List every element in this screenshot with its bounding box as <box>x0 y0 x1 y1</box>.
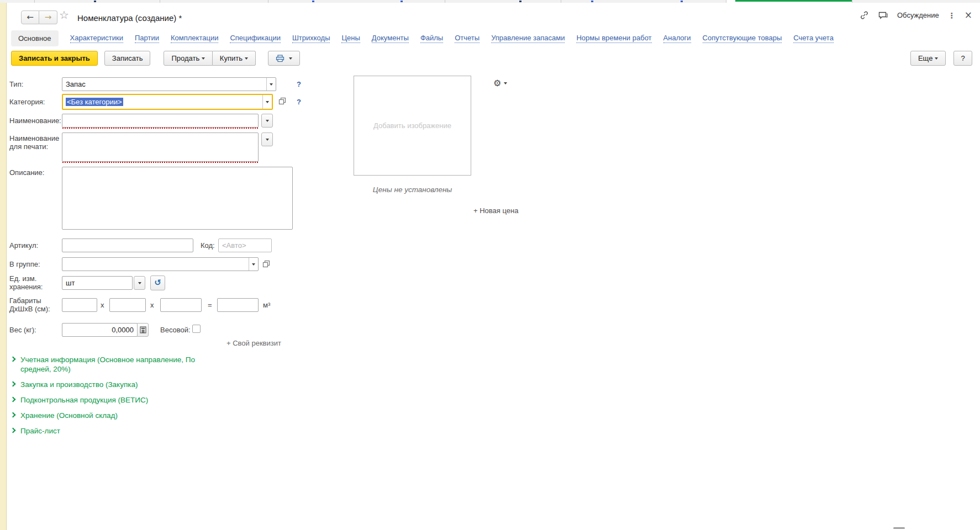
discussion-label[interactable]: Обсуждение <box>897 11 939 19</box>
print-button[interactable] <box>268 51 300 66</box>
section-tabs: Основное Характеристики Партии Комплекта… <box>7 28 980 48</box>
article-label: Артикул: <box>9 241 60 250</box>
volume-input[interactable] <box>217 298 259 312</box>
forward-button[interactable]: → <box>39 10 57 24</box>
section-price-list[interactable]: Прайс-лист <box>11 426 60 436</box>
dimension-height-input[interactable] <box>160 298 202 312</box>
tab-favicon <box>591 1 593 2</box>
page-title: Номенклатура (создание) * <box>77 13 182 23</box>
tab-otchety[interactable]: Отчеты <box>455 34 480 43</box>
category-help-icon[interactable]: ? <box>295 98 303 106</box>
add-image-placeholder: Добавить изображение <box>373 121 451 130</box>
side-panel-strip[interactable] <box>0 3 7 530</box>
chevron-right-icon <box>10 397 16 402</box>
tab-dokumenty[interactable]: Документы <box>372 34 409 43</box>
tab-soputstvuyushchie[interactable]: Сопутствующие товары <box>703 34 782 43</box>
article-input[interactable] <box>62 239 193 252</box>
add-image-dropzone[interactable]: Добавить изображение <box>354 76 471 176</box>
buy-button[interactable]: Купить <box>213 51 256 66</box>
dimension-length-input[interactable] <box>62 298 97 312</box>
dimensions-label: Габариты ДхШхВ (см): <box>9 296 60 313</box>
volume-unit-label: м³ <box>263 301 270 309</box>
print-name-label: Наименование для печати: <box>9 134 60 151</box>
tab-osnovnoe[interactable]: Основное <box>11 30 59 46</box>
app-window: ← → ☆ Номенклатура (создание) * Обсужден… <box>0 0 980 530</box>
tab-shtrihkody[interactable]: Штрихкоды <box>292 34 330 43</box>
weighted-checkbox[interactable] <box>192 325 201 333</box>
description-textarea[interactable] <box>62 167 293 230</box>
tab-favicon <box>681 1 683 2</box>
discussion-icon[interactable] <box>878 11 888 20</box>
active-tab-underline <box>735 0 852 2</box>
sell-button[interactable]: Продать <box>164 51 212 66</box>
printer-icon <box>276 55 284 62</box>
action-toolbar: Записать и закрыть Записать Продать Купи… <box>7 51 980 68</box>
save-button[interactable]: Записать <box>104 51 151 66</box>
tab-normy-vremeni[interactable]: Нормы времени работ <box>576 34 651 43</box>
group-combobox[interactable] <box>62 257 259 271</box>
section-accounting-info[interactable]: Учетная информация (Основное направление… <box>11 355 211 374</box>
tab-upravlenie-zapasami[interactable]: Управление запасами <box>491 34 565 43</box>
section-storage[interactable]: Хранение (Основной склад) <box>11 411 118 420</box>
dimension-width-input[interactable] <box>109 298 146 312</box>
tab-favicon <box>94 1 96 2</box>
section-controlled-products[interactable]: Подконтрольная продукция (ВЕТИС) <box>11 395 148 405</box>
unit-label: Ед. изм. хранения: <box>9 274 60 291</box>
category-combobox[interactable]: <Без категории> <box>62 94 273 110</box>
print-name-textarea[interactable] <box>62 132 259 162</box>
name-dropdown-button[interactable] <box>261 114 273 128</box>
favorite-star-icon[interactable]: ☆ <box>59 9 69 20</box>
new-price-link[interactable]: + Новая цена <box>473 206 518 215</box>
tab-kharakteristiki[interactable]: Характеристики <box>70 34 123 43</box>
copy-link-icon[interactable] <box>860 10 869 20</box>
chevron-right-icon <box>10 381 16 387</box>
tab-ceny[interactable]: Цены <box>341 34 360 43</box>
chevron-down-icon[interactable] <box>266 78 276 91</box>
save-and-close-button[interactable]: Записать и закрыть <box>11 51 98 66</box>
weight-input[interactable]: 0,0000 <box>62 323 138 337</box>
gear-icon: ⚙ <box>493 79 501 88</box>
more-menu-icon[interactable]: ⋮ <box>948 12 956 19</box>
tab-scheta-ucheta[interactable]: Счета учета <box>793 34 834 43</box>
image-settings-button[interactable]: ⚙ <box>493 79 507 88</box>
prices-not-set-note: Цены не установлены <box>354 186 471 194</box>
add-custom-attribute-link[interactable]: + Свой реквизит <box>226 339 281 347</box>
chevron-right-icon <box>10 428 16 433</box>
tab-specifikacii[interactable]: Спецификации <box>230 34 281 43</box>
scroll-grip[interactable] <box>893 527 905 529</box>
open-category-icon[interactable] <box>278 97 286 105</box>
dimension-separator: x <box>150 301 154 309</box>
code-input[interactable]: <Авто> <box>218 239 272 252</box>
type-combobox[interactable]: Запас <box>62 77 276 91</box>
more-button[interactable]: Еще <box>910 51 946 66</box>
chevron-down-icon[interactable] <box>249 258 258 271</box>
tab-komplektacii[interactable]: Комплектации <box>171 34 218 43</box>
back-button[interactable]: ← <box>21 10 39 24</box>
tab-analogi[interactable]: Аналоги <box>663 34 691 43</box>
title-bar: ← → ☆ Номенклатура (создание) * Обсужден… <box>7 3 980 28</box>
chevron-down-icon[interactable] <box>262 95 272 109</box>
tab-favicon <box>312 1 314 2</box>
unit-input[interactable]: шт <box>62 276 133 290</box>
code-placeholder: <Авто> <box>222 241 246 250</box>
category-selected-value: <Без категории> <box>66 98 123 106</box>
print-name-dropdown-button[interactable] <box>261 132 273 146</box>
open-group-icon[interactable] <box>262 260 270 268</box>
unit-history-button[interactable]: ↺ <box>150 275 165 290</box>
code-label: Код: <box>201 241 219 250</box>
unit-dropdown-button[interactable] <box>134 276 145 290</box>
required-marker <box>62 162 258 163</box>
calculator-icon <box>140 326 146 333</box>
dimension-separator: x <box>101 301 104 309</box>
close-icon[interactable]: × <box>965 10 972 20</box>
chevron-down-icon <box>289 57 292 60</box>
tab-fayly[interactable]: Файлы <box>420 34 443 43</box>
tab-favicon <box>519 1 521 2</box>
section-purchase-production[interactable]: Закупка и производство (Закупка) <box>11 380 138 389</box>
calculator-button[interactable] <box>137 323 149 337</box>
weight-label: Вес (кг): <box>9 326 60 334</box>
name-input[interactable] <box>62 114 259 128</box>
help-button[interactable]: ? <box>953 51 972 66</box>
tab-partii[interactable]: Партии <box>135 34 159 43</box>
type-help-icon[interactable]: ? <box>295 80 303 88</box>
